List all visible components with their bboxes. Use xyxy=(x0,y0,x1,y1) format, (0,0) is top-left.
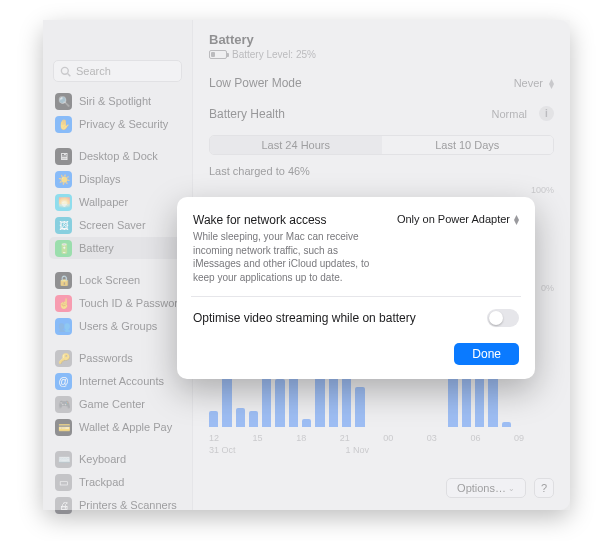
optimise-label: Optimise video streaming while on batter… xyxy=(193,311,416,325)
system-settings-window: 🔍Siri & Spotlight✋Privacy & Security🖥Des… xyxy=(43,20,570,510)
wake-label: Wake for network access xyxy=(193,213,385,227)
wake-description: While sleeping, your Mac can receive inc… xyxy=(193,230,385,284)
battery-options-sheet: Wake for network access While sleeping, … xyxy=(177,197,535,379)
stepper-icon: ▴▾ xyxy=(514,214,519,224)
wake-value-text: Only on Power Adapter xyxy=(397,213,510,225)
divider xyxy=(191,296,521,297)
done-button[interactable]: Done xyxy=(454,343,519,365)
wake-for-network-row: Wake for network access While sleeping, … xyxy=(193,213,519,284)
wake-selector[interactable]: Only on Power Adapter ▴▾ xyxy=(397,213,519,225)
optimise-toggle[interactable] xyxy=(487,309,519,327)
optimise-video-row: Optimise video streaming while on batter… xyxy=(193,309,519,327)
